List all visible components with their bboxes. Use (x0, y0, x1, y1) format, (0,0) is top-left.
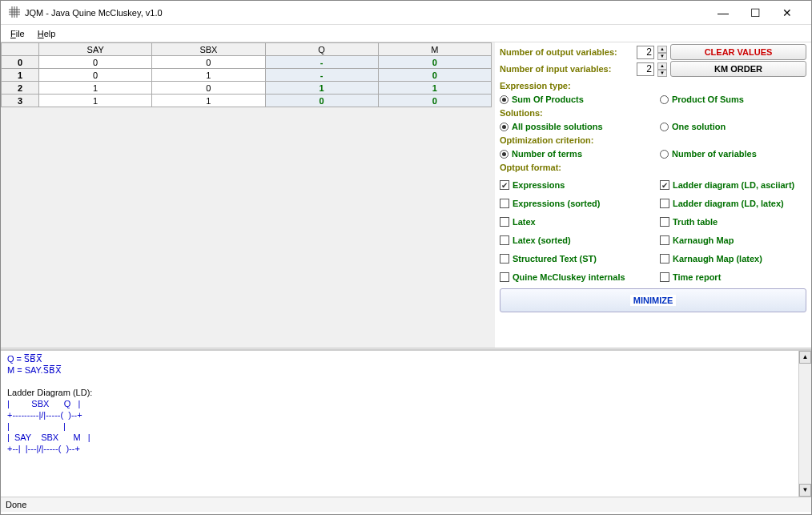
table-wrap: SAY SBX Q M 0 0 0 - 0 1 0 1 - 0 2 1 (1, 42, 495, 348)
output-cell[interactable]: 1 (378, 82, 491, 95)
chk-ladder-ascii[interactable] (660, 180, 669, 190)
st-label: Structured Text (ST) (513, 254, 597, 264)
output-format-label: Optput format: (500, 163, 561, 172)
num-output-spinner[interactable] (637, 46, 654, 59)
row-header[interactable]: 1 (2, 69, 39, 82)
scroll-track[interactable] (799, 364, 811, 484)
chk-ladder-latex[interactable] (660, 199, 669, 208)
time-label: Time report (673, 272, 721, 282)
col-header[interactable]: M (378, 43, 491, 56)
input-cell[interactable]: 0 (152, 56, 265, 69)
output-cell[interactable]: 0 (378, 56, 491, 69)
kmap-latex-label: Karnaugh Map (latex) (673, 254, 762, 264)
minimize-button[interactable]: MINIMIZE (500, 288, 806, 312)
input-cell[interactable]: 0 (152, 82, 265, 95)
input-cell[interactable]: 0 (39, 56, 152, 69)
chk-qm-internals[interactable] (500, 272, 509, 282)
scroll-down-icon[interactable]: ▼ (799, 484, 811, 497)
spinner-buttons[interactable]: ▲▼ (657, 46, 667, 59)
output-panel: Q = S̅B̅X̅ M = SAY.S̅B̅X̅ Ladder Diagram… (1, 350, 811, 497)
all-sol-label: All possible solutions (512, 122, 603, 131)
chk-latex-sorted[interactable] (500, 235, 509, 245)
row-header[interactable]: 0 (2, 56, 39, 69)
input-cell[interactable]: 1 (152, 69, 265, 82)
chk-structured-text[interactable] (500, 254, 509, 264)
output-text[interactable]: Q = S̅B̅X̅ M = SAY.S̅B̅X̅ Ladder Diagram… (1, 351, 798, 497)
main-panel: SAY SBX Q M 0 0 0 - 0 1 0 1 - 0 2 1 (1, 42, 811, 348)
input-cell[interactable]: 1 (152, 95, 265, 107)
expr-label: Expressions (513, 180, 565, 190)
menu-file[interactable]: File (6, 27, 30, 40)
ld-line: +--| |---|/|-----( )--+ (7, 444, 80, 453)
ld-line: | SAY SBX M | (7, 433, 90, 442)
corner-cell (2, 43, 39, 56)
expr-sorted-label: Expressions (sorted) (513, 199, 600, 208)
num-vars-label: Number of variables (672, 149, 757, 159)
radio-all-solutions[interactable] (500, 123, 509, 131)
latex-label: Latex (513, 217, 536, 227)
sop-label: Sum Of Products (512, 95, 584, 104)
num-input-label: Number of input variables: (500, 64, 611, 74)
truth-table: SAY SBX Q M 0 0 0 - 0 1 0 1 - 0 2 1 (1, 42, 492, 107)
col-header[interactable]: SBX (152, 43, 265, 56)
side-panel: Number of output variables: ▲▼ CLEAR VAL… (495, 42, 811, 348)
radio-sop[interactable] (500, 95, 509, 104)
minimize-button[interactable]: — (707, 1, 739, 25)
titlebar: JQM - Java Quine McCluskey, v1.0 — ☐ ✕ (1, 1, 811, 25)
scroll-up-icon[interactable]: ▲ (799, 351, 811, 364)
qm-label: Quine McCluskey internals (513, 272, 625, 282)
ld-latex-label: Ladder diagram (LD, latex) (673, 199, 784, 208)
output-cell[interactable]: 0 (265, 95, 378, 107)
chk-truth-table[interactable] (660, 217, 669, 227)
ld-line: +---------|/|-----( )--+ (7, 410, 82, 420)
num-input-spinner[interactable] (637, 62, 654, 76)
chk-expressions[interactable] (500, 180, 509, 190)
output-cell[interactable]: 0 (378, 69, 491, 82)
col-header[interactable]: SAY (39, 43, 152, 56)
output-cell[interactable]: 0 (378, 95, 491, 107)
num-output-label: Number of output variables: (500, 47, 617, 57)
chk-karnaugh-map[interactable] (660, 235, 669, 245)
output-cell[interactable]: - (265, 56, 378, 69)
truth-label: Truth table (673, 217, 718, 227)
row-header[interactable]: 3 (2, 95, 39, 107)
one-sol-label: One solution (672, 122, 726, 131)
col-header[interactable]: Q (265, 43, 378, 56)
chk-latex[interactable] (500, 217, 509, 227)
menu-help[interactable]: Help (33, 27, 61, 40)
table-row: 3 1 1 0 0 (2, 95, 492, 107)
input-cell[interactable]: 1 (39, 95, 152, 107)
scrollbar[interactable]: ▲ ▼ (798, 351, 811, 497)
output-cell[interactable]: - (265, 69, 378, 82)
radio-pos[interactable] (660, 95, 669, 104)
ld-line: | SBX Q | (7, 399, 80, 408)
clear-values-button[interactable]: CLEAR VALUES (670, 44, 806, 60)
chk-time-report[interactable] (660, 272, 669, 282)
radio-num-vars[interactable] (660, 150, 669, 159)
table-row: 2 1 0 1 1 (2, 82, 492, 95)
kmap-label: Karnaugh Map (673, 235, 734, 245)
output-cell[interactable]: 1 (265, 82, 378, 95)
q-expr: Q = S̅B̅X̅ (7, 354, 42, 364)
km-order-button[interactable]: KM ORDER (670, 61, 806, 77)
radio-one-solution[interactable] (660, 123, 669, 131)
close-button[interactable]: ✕ (771, 1, 803, 25)
app-icon (9, 6, 20, 19)
input-cell[interactable]: 0 (39, 69, 152, 82)
ld-title: Ladder Diagram (LD): (7, 388, 92, 397)
spinner-buttons[interactable]: ▲▼ (657, 62, 667, 76)
minimize-label: MINIMIZE (630, 295, 677, 306)
m-expr: M = SAY.S̅B̅X̅ (7, 365, 62, 375)
num-terms-label: Number of terms (512, 149, 582, 159)
pos-label: Product Of Sums (672, 95, 744, 104)
row-header[interactable]: 2 (2, 82, 39, 95)
ld-line: | | (7, 421, 66, 431)
chk-expr-sorted[interactable] (500, 199, 509, 208)
radio-num-terms[interactable] (500, 150, 509, 159)
maximize-button[interactable]: ☐ (739, 1, 771, 25)
table-row: 0 0 0 - 0 (2, 56, 492, 69)
window-title: JQM - Java Quine McCluskey, v1.0 (25, 8, 707, 18)
status-bar: Done (1, 497, 811, 512)
input-cell[interactable]: 1 (39, 82, 152, 95)
chk-karnaugh-latex[interactable] (660, 254, 669, 264)
